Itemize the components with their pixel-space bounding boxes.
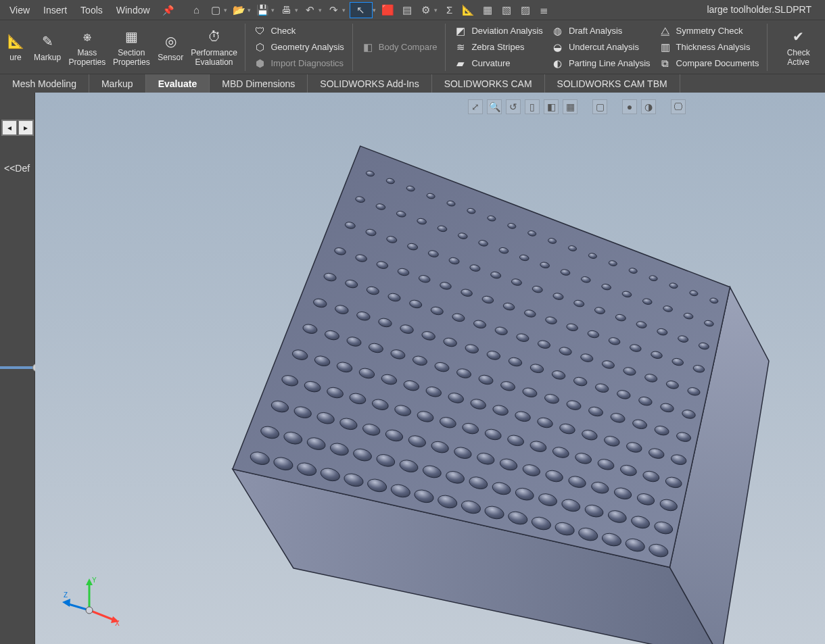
equations-icon[interactable]: Σ: [442, 2, 458, 18]
section-view-icon[interactable]: ▯: [525, 99, 540, 114]
panel-tab-selector: ◂ ▸: [1, 120, 34, 136]
import-diagnostics-button: ⬢Import Diagnostics: [253, 55, 344, 72]
check-active-button[interactable]: ✔Check Active: [772, 21, 825, 74]
menu-tools[interactable]: Tools: [74, 1, 110, 20]
menu-window[interactable]: Window: [110, 1, 157, 20]
tab-mbd-dimensions[interactable]: MBD Dimensions: [210, 74, 308, 93]
feature-manager-panel: ◂ ▸ <<Def: [0, 93, 35, 644]
massprops-icon[interactable]: ▦: [479, 2, 496, 18]
import-diagnostics-button-label: Import Diagnostics: [270, 58, 344, 68]
draft-analysis-button-label: Draft Analysis: [569, 26, 622, 36]
section-properties-button-label: Section Properties: [113, 49, 150, 66]
body-compare-button-label: Body Compare: [379, 42, 438, 52]
display-style-icon[interactable]: ▦: [563, 99, 578, 114]
curvature-button-label: Curvature: [471, 58, 510, 68]
sectionprops-icon[interactable]: ▧: [498, 2, 515, 18]
options-gear-icon[interactable]: ⚙: [418, 2, 434, 18]
hide-show-icon[interactable]: ▢: [592, 99, 607, 114]
rebuild-icon[interactable]: 🟥: [380, 2, 396, 18]
tab-solidworks-addins[interactable]: SOLIDWORKS Add-Ins: [308, 74, 431, 93]
menu-insert[interactable]: Insert: [37, 1, 74, 20]
options-gear-icon-dropdown[interactable]: ▾: [434, 7, 438, 14]
pin-icon[interactable]: 📌: [157, 1, 179, 20]
markup-button[interactable]: ✎Markup: [30, 21, 65, 74]
interference-icon[interactable]: ▨: [517, 2, 534, 18]
view-orient-icon[interactable]: ◧: [544, 99, 559, 114]
tab-solidworks-cam-tbm[interactable]: SOLIDWORKS CAM TBM: [545, 74, 680, 93]
svg-line-218: [89, 610, 115, 620]
deviation-analysis-button-icon: ◩: [454, 24, 467, 38]
markup-button-icon: ✎: [38, 32, 57, 51]
mass-properties-button-icon: ⎈: [78, 27, 97, 46]
draft-analysis-button[interactable]: ◍Draft Analysis: [551, 23, 651, 39]
list-gray-icon[interactable]: ≣: [536, 2, 552, 18]
curvature-button[interactable]: ▰Curvature: [454, 55, 543, 72]
parting-line-analysis-button[interactable]: ◐Parting Line Analysis: [551, 55, 651, 72]
markup-button-label: Markup: [34, 53, 61, 62]
zebra-stripes-button[interactable]: ≋Zebra Stripes: [454, 39, 543, 55]
undercut-analysis-button-label: Undercut Analysis: [569, 42, 639, 52]
model-3d[interactable]: [208, 131, 803, 644]
sensor-button-icon: ◎: [161, 32, 180, 51]
deviation-analysis-button[interactable]: ◩Deviation Analysis: [454, 23, 543, 39]
zoom-fit-icon[interactable]: ⤢: [468, 99, 483, 114]
open-icon-dropdown[interactable]: ▾: [248, 7, 251, 14]
quick-access-toolbar: ⌂▢▾📂▾💾▾🖶▾↶▾↷▾↖▾🟥▤⚙▾Σ📐▦▧▨≣: [189, 2, 552, 18]
options-list-icon[interactable]: ▤: [399, 2, 415, 18]
thickness-analysis-button-icon: ▥: [659, 41, 672, 54]
tab-prev-button[interactable]: ◂: [2, 120, 17, 135]
draft-analysis-button-icon: ◍: [551, 24, 565, 38]
configuration-label[interactable]: <<Def: [1, 160, 32, 176]
select-icon[interactable]: ↖: [350, 2, 373, 18]
home-icon[interactable]: ⌂: [189, 2, 205, 18]
compare-documents-button-label: Compare Documents: [676, 58, 759, 68]
sensor-button[interactable]: ◎Sensor: [154, 21, 187, 74]
tab-markup[interactable]: Markup: [89, 74, 146, 93]
check-button[interactable]: 🛡Check: [253, 23, 344, 39]
tab-evaluate[interactable]: Evaluate: [146, 74, 210, 93]
compare-documents-button[interactable]: ⧉Compare Documents: [659, 55, 759, 72]
edit-appearance-icon[interactable]: ●: [622, 99, 637, 114]
view-settings-icon[interactable]: 🖵: [671, 99, 686, 114]
mass-properties-button[interactable]: ⎈Mass Properties: [65, 21, 109, 74]
heads-up-view-toolbar: ⤢🔍↺▯◧▦▢●◑🖵: [468, 99, 686, 114]
print-icon-dropdown[interactable]: ▾: [295, 7, 298, 14]
zoom-area-icon[interactable]: 🔍: [487, 99, 502, 114]
redo-icon[interactable]: ↷: [326, 2, 342, 18]
axis-x-label: X: [115, 620, 120, 627]
redo-icon-dropdown[interactable]: ▾: [342, 7, 346, 14]
symmetry-check-button[interactable]: ⧋Symmetry Check: [659, 23, 759, 39]
graphics-viewport[interactable]: ⤢🔍↺▯◧▦▢●◑🖵: [35, 93, 825, 644]
undercut-analysis-button[interactable]: ◒Undercut Analysis: [551, 39, 651, 55]
import-diagnostics-button-icon: ⬢: [253, 57, 266, 70]
zebra-stripes-button-icon: ≋: [454, 41, 467, 54]
section-properties-button[interactable]: ▦Section Properties: [110, 21, 154, 74]
menu-view[interactable]: View: [3, 1, 37, 20]
open-icon[interactable]: 📂: [231, 2, 248, 18]
thickness-analysis-button[interactable]: ▥Thickness Analysis: [659, 39, 759, 55]
measure-button[interactable]: 📐ure: [1, 21, 30, 74]
geometry-analysis-button[interactable]: ⬡Geometry Analysis: [253, 39, 344, 55]
parting-line-analysis-button-icon: ◐: [551, 57, 565, 70]
curvature-button-icon: ▰: [454, 57, 467, 70]
performance-eval-button[interactable]: ⏱Performance Evaluation: [187, 21, 240, 74]
tab-mesh-modeling[interactable]: Mesh Modeling: [0, 74, 89, 93]
prev-view-icon[interactable]: ↺: [506, 99, 521, 114]
undo-icon-dropdown[interactable]: ▾: [319, 7, 322, 14]
select-icon-dropdown[interactable]: ▾: [373, 7, 376, 14]
save-icon-dropdown[interactable]: ▾: [271, 7, 275, 14]
undo-icon[interactable]: ↶: [302, 2, 319, 18]
orientation-triad[interactable]: Y X Z: [62, 573, 123, 627]
tab-solidworks-cam[interactable]: SOLIDWORKS CAM: [432, 74, 545, 93]
performance-eval-button-icon: ⏱: [205, 27, 224, 46]
save-icon[interactable]: 💾: [255, 2, 271, 18]
measure-icon[interactable]: 📐: [461, 2, 477, 18]
axis-z-label: Z: [64, 591, 68, 599]
apply-scene-icon[interactable]: ◑: [641, 99, 656, 114]
new-icon[interactable]: ▢: [208, 2, 224, 18]
tab-next-button[interactable]: ▸: [18, 120, 33, 135]
check-button-label: Check: [270, 26, 296, 36]
check-active-button-label: Check Active: [777, 49, 820, 66]
print-icon[interactable]: 🖶: [279, 2, 295, 18]
new-icon-dropdown[interactable]: ▾: [224, 7, 227, 14]
